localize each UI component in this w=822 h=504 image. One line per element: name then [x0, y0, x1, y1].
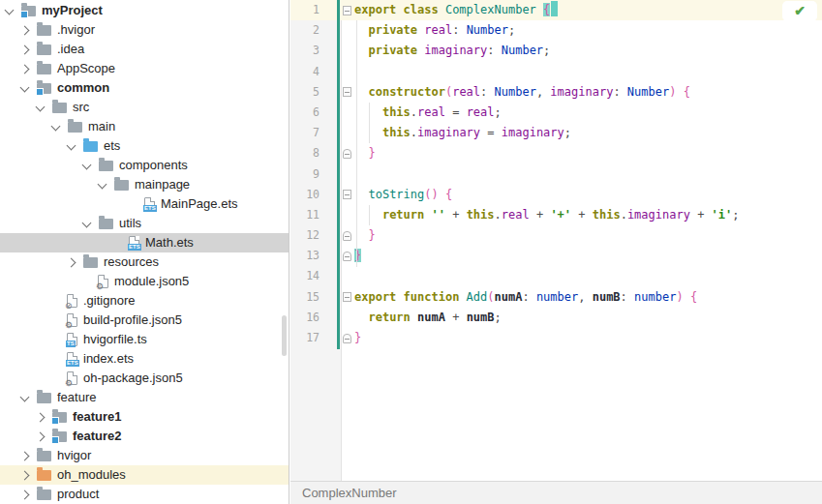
code-editor-panel[interactable]: 1export class ComplexNumber {2 private r… [290, 0, 822, 504]
folder-icon [37, 393, 51, 403]
fold-marker-icon[interactable] [343, 252, 351, 261]
code-line-13[interactable]: 13} [290, 246, 822, 266]
code-text: constructor(real: Number, imaginary: Num… [354, 82, 690, 103]
fold-marker-icon[interactable] [343, 6, 351, 15]
code-line-1[interactable]: 1export class ComplexNumber { [290, 0, 822, 20]
code-line-10[interactable]: 10 toString() { [290, 185, 822, 205]
tree-item-common[interactable]: common [0, 78, 289, 98]
code-line-12[interactable]: 12 } [290, 225, 822, 246]
parameter-token: real [467, 105, 495, 119]
chevron-down-icon[interactable] [82, 161, 92, 170]
indent-guide [369, 103, 370, 143]
code-area[interactable]: 1export class ComplexNumber {2 private r… [290, 0, 822, 348]
code-line-17[interactable]: 17} [290, 328, 822, 348]
tree-item-appscope[interactable]: AppScope [0, 59, 289, 78]
tree-item-oh-modules[interactable]: oh_modules [0, 465, 289, 485]
chevron-right-icon[interactable] [20, 26, 30, 36]
punctuation-token: + [530, 208, 551, 222]
chevron-down-icon[interactable] [36, 103, 46, 112]
tree-item-ets[interactable]: ets [0, 136, 289, 156]
code-line-9[interactable]: 9 [290, 164, 822, 185]
tree-item-src[interactable]: src [0, 98, 289, 117]
tree-item-feature1[interactable]: feature1 [0, 407, 289, 427]
code-line-5[interactable]: 5 constructor(real: Number, imaginary: N… [290, 82, 822, 103]
line-number: 5 [290, 82, 320, 103]
code-line-4[interactable]: 4 [290, 62, 822, 82]
line-number: 15 [290, 287, 320, 308]
module-folder-icon [21, 6, 36, 16]
fold-marker-icon[interactable] [343, 292, 351, 302]
gear-glyph: ⚙ [65, 321, 73, 330]
line-number: 12 [290, 225, 320, 246]
chevron-down-icon[interactable] [5, 6, 15, 15]
tree-scrollbar-thumb[interactable] [282, 315, 287, 356]
tree-item-feature2[interactable]: feature2 [0, 427, 289, 446]
tree-item--gitignore[interactable]: ⊘.gitignore [0, 291, 289, 311]
fold-marker-icon[interactable] [343, 231, 351, 241]
tree-item-hvigorfile-ts[interactable]: TShvigorfile.ts [0, 330, 289, 349]
gitignore-file-icon: ⊘ [67, 294, 77, 308]
tree-item-label: mainpage [135, 175, 190, 194]
tree-item-module-json5[interactable]: ⚙module.json5 [0, 272, 289, 291]
chevron-right-icon[interactable] [20, 490, 30, 500]
tree-item-resources[interactable]: resources [0, 252, 289, 272]
code-line-3[interactable]: 3 private imaginary: Number; [290, 41, 822, 61]
bracket-token: ( [487, 290, 494, 304]
tree-item-feature[interactable]: feature [0, 388, 289, 407]
tree-item-product[interactable]: product [0, 485, 289, 504]
code-line-8[interactable]: 8 } [290, 143, 822, 163]
type-token: Number [467, 23, 508, 37]
json5-file-icon: ⚙ [98, 275, 108, 288]
tree-item-build-profile-json5[interactable]: ⚙build-profile.json5 [0, 311, 289, 330]
code-line-14[interactable]: 14 [290, 266, 822, 286]
code-line-6[interactable]: 6 this.real = real; [290, 103, 822, 123]
chevron-right-icon[interactable] [20, 65, 30, 74]
chevron-right-icon[interactable] [36, 413, 46, 423]
module-folder-icon [52, 431, 67, 442]
fold-marker-icon[interactable] [343, 149, 351, 159]
chevron-down-icon[interactable] [20, 393, 30, 402]
type-token: number [536, 290, 578, 304]
code-line-7[interactable]: 7 this.imaginary = imaginary; [290, 123, 822, 143]
tree-item--hvigor[interactable]: .hvigor [0, 20, 289, 40]
breadcrumb-item[interactable]: ComplexNumber [302, 486, 397, 500]
punctuation-token: + [445, 208, 467, 222]
fold-marker-icon[interactable] [343, 190, 351, 199]
chevron-right-icon[interactable] [20, 471, 30, 481]
tree-item-mainpage-ets[interactable]: ETSMainPage.ets [0, 194, 289, 214]
chevron-right-icon[interactable] [36, 432, 46, 442]
chevron-down-icon[interactable] [51, 122, 61, 132]
tree-item-index-ets[interactable]: ETSindex.ets [0, 349, 289, 369]
chevron-down-icon[interactable] [20, 83, 30, 93]
fold-marker-icon[interactable] [343, 87, 351, 97]
tree-item--idea[interactable]: .idea [0, 40, 289, 59]
tree-item-label: ets [104, 136, 120, 156]
tree-item-components[interactable]: components [0, 156, 289, 175]
tree-item-main[interactable]: main [0, 117, 289, 136]
code-line-15[interactable]: 15export function Add(numA: number, numB… [290, 287, 822, 308]
chevron-down-icon[interactable] [98, 180, 107, 190]
chevron-down-icon[interactable] [82, 219, 92, 228]
fold-marker-icon[interactable] [343, 334, 351, 343]
code-line-2[interactable]: 2 private real: Number; [290, 20, 822, 41]
chevron-right-icon[interactable] [67, 258, 76, 268]
keyword-token: private [368, 23, 417, 37]
tree-item-myproject[interactable]: myProject [0, 1, 289, 20]
tree-item-math-ets[interactable]: ETSMath.ets [0, 233, 289, 252]
chevron-right-icon[interactable] [20, 45, 30, 55]
file-type-badge: ETS [143, 205, 157, 212]
chevron-right-icon[interactable] [20, 452, 30, 461]
variable-token: numB [467, 311, 495, 324]
code-text: } [354, 143, 376, 163]
module-folder-icon [37, 83, 51, 94]
tree-item-oh-package-json5[interactable]: ⚙oh-package.json5 [0, 369, 289, 388]
inspection-widget[interactable]: ✔ [782, 1, 817, 21]
code-line-11[interactable]: 11 return '' + this.real + '+' + this.im… [290, 205, 822, 225]
tree-item-hvigor[interactable]: hvigor [0, 446, 289, 465]
tree-item-mainpage[interactable]: mainpage [0, 175, 289, 194]
tree-item-label: resources [104, 252, 159, 272]
code-line-16[interactable]: 16 return numA + numB; [290, 308, 822, 328]
line-number: 6 [290, 103, 320, 123]
tree-item-utils[interactable]: utils [0, 214, 289, 233]
chevron-down-icon[interactable] [67, 141, 76, 151]
